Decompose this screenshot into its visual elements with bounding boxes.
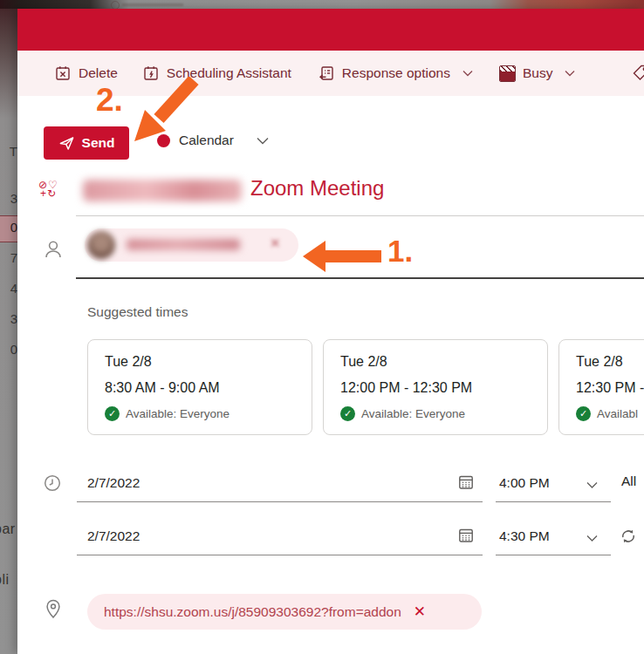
send-icon bbox=[58, 135, 75, 152]
card-time: 8:30 AM - 9:00 AM bbox=[105, 380, 220, 396]
delete-calendar-icon bbox=[54, 65, 72, 82]
title-field-underline bbox=[76, 215, 644, 216]
emoji-charm-picker-icon[interactable]: ⊘♡ +↻ bbox=[38, 181, 58, 198]
redacted-attendee-name bbox=[127, 239, 240, 250]
mini-calendar-fragment: 0 bbox=[0, 220, 17, 235]
attendee-field-underline bbox=[76, 277, 644, 279]
background-left-rail: T 3 0 7 4 3 0 oar oli bbox=[0, 9, 17, 654]
available-check-icon: ✓ bbox=[105, 406, 120, 421]
end-date-input[interactable]: 2/7/2022 bbox=[87, 528, 140, 544]
background-page-top bbox=[0, 0, 644, 9]
search-placeholder-smudge bbox=[122, 3, 183, 6]
mini-calendar-fragment: 0 bbox=[0, 342, 17, 357]
card-day: Tue 2/8 bbox=[340, 354, 387, 370]
available-check-icon: ✓ bbox=[576, 406, 591, 421]
card-availability: Available: Everyone bbox=[361, 407, 465, 420]
card-day: Tue 2/8 bbox=[576, 354, 623, 370]
event-title-input[interactable]: Zoom Meeting bbox=[76, 176, 644, 215]
redacted-title-prefix bbox=[83, 180, 242, 201]
end-date-underline bbox=[77, 555, 483, 555]
card-day: Tue 2/8 bbox=[105, 354, 152, 370]
busy-label: Busy bbox=[523, 65, 552, 81]
mini-calendar-fragment: 7 bbox=[0, 250, 17, 265]
sidebar-word-fragment: oli bbox=[0, 572, 10, 588]
end-datepicker-icon[interactable] bbox=[457, 527, 475, 544]
chevron-down-icon bbox=[565, 70, 575, 77]
attendee-chip[interactable]: ✕ bbox=[85, 228, 298, 262]
end-time-underline bbox=[496, 555, 611, 555]
zoom-meeting-link[interactable]: https://shsu.zoom.us/j/85909303692?from=… bbox=[104, 604, 401, 620]
remove-attendee-icon[interactable]: ✕ bbox=[270, 235, 281, 251]
busy-status-icon bbox=[499, 65, 516, 82]
send-button[interactable]: Send bbox=[44, 126, 129, 160]
show-as-busy-button[interactable]: Busy bbox=[499, 65, 575, 82]
start-date-underline bbox=[77, 501, 483, 502]
available-check-icon: ✓ bbox=[340, 406, 355, 421]
start-datepicker-icon[interactable] bbox=[457, 473, 475, 491]
mini-calendar-fragment: 3 bbox=[0, 311, 17, 326]
categorize-tag-icon[interactable] bbox=[632, 64, 644, 83]
response-options-label: Response options bbox=[342, 65, 450, 81]
card-availability: Availabl bbox=[597, 407, 638, 420]
response-options-button[interactable]: Response options bbox=[318, 65, 473, 82]
card-availability: Available: Everyone bbox=[126, 407, 230, 420]
mini-calendar-fragment: 4 bbox=[0, 281, 17, 296]
remove-location-icon[interactable]: ✕ bbox=[414, 603, 426, 621]
delete-button[interactable]: Delete bbox=[54, 65, 118, 82]
chevron-down-icon[interactable] bbox=[586, 481, 598, 489]
clock-icon bbox=[43, 473, 62, 493]
location-pin-icon bbox=[43, 598, 64, 623]
response-options-icon bbox=[318, 65, 335, 82]
mini-calendar-fragment: T bbox=[0, 144, 17, 159]
annotation-step-1: 1. bbox=[387, 234, 413, 269]
location-chip[interactable]: https://shsu.zoom.us/j/85909303692?from=… bbox=[87, 594, 482, 630]
attendees-icon bbox=[42, 238, 65, 261]
card-time: 12:00 PM - 12:30 PM bbox=[340, 380, 472, 396]
screenshot-root: T 3 0 7 4 3 0 oar oli Delete bbox=[0, 0, 644, 654]
all-day-toggle-label[interactable]: All bbox=[621, 473, 636, 489]
sidebar-word-fragment: oar bbox=[0, 521, 16, 537]
suggested-times-label: Suggested times bbox=[87, 304, 188, 320]
annotation-arrow-to-send bbox=[122, 77, 202, 150]
suggested-time-card[interactable]: Tue 2/8 12:30 PM - ✓ Availabl bbox=[558, 339, 644, 435]
annotation-arrow-to-attendee bbox=[301, 237, 385, 276]
send-label: Send bbox=[82, 135, 115, 151]
start-time-underline bbox=[496, 501, 611, 502]
suggested-time-card[interactable]: Tue 2/8 12:00 PM - 12:30 PM ✓ Available:… bbox=[323, 339, 548, 435]
event-title-text: Zoom Meeting bbox=[250, 176, 384, 201]
suggested-time-card[interactable]: Tue 2/8 8:30 AM - 9:00 AM ✓ Available: E… bbox=[87, 339, 312, 435]
chevron-down-icon[interactable] bbox=[586, 535, 598, 542]
mini-calendar-fragment: 3 bbox=[0, 191, 17, 206]
start-time-select[interactable]: 4:00 PM bbox=[499, 475, 550, 491]
chevron-down-icon bbox=[257, 137, 269, 145]
start-date-input[interactable]: 2/7/2022 bbox=[87, 475, 140, 491]
chevron-down-icon bbox=[462, 70, 473, 77]
end-time-select[interactable]: 4:30 PM bbox=[499, 528, 550, 544]
repeat-icon[interactable] bbox=[619, 527, 638, 546]
delete-label: Delete bbox=[79, 65, 118, 81]
card-time: 12:30 PM - bbox=[576, 380, 644, 396]
dialog-header-bar bbox=[17, 9, 644, 51]
annotation-step-2: 2. bbox=[96, 82, 123, 119]
attendee-avatar bbox=[87, 231, 115, 259]
